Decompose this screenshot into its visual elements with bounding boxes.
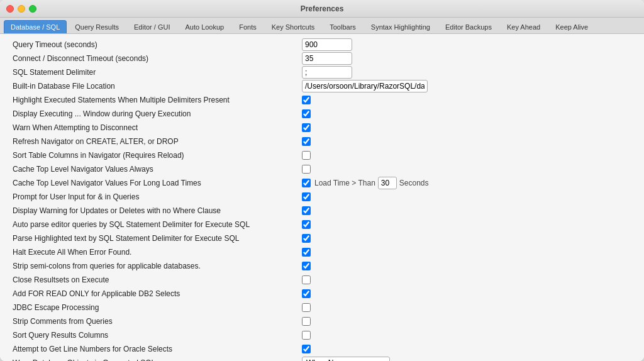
- label-attempt-line-numbers: Attempt to Get Line Numbers for Oracle S…: [13, 345, 302, 353]
- label-wrap-db-objects: Wrap Database Objects in Generated SQL: [13, 358, 302, 361]
- row-cache-top-always: Cache Top Level Navigator Values Always: [13, 162, 631, 176]
- control-auto-parse-editor: [302, 220, 311, 229]
- checkbox-highlight-executed[interactable]: [302, 96, 311, 104]
- checkbox-sort-query-columns[interactable]: [302, 331, 311, 340]
- label-jdbc-escape: JDBC Escape Processing: [13, 303, 302, 312]
- control-wrap-db-objects: When NecessaryAlwaysNever: [302, 357, 390, 361]
- checkbox-refresh-navigator[interactable]: [302, 137, 311, 146]
- checkbox-jdbc-escape[interactable]: [302, 303, 311, 312]
- control-sort-table-columns: [302, 151, 311, 160]
- label-query-timeout: Query Timeout (seconds): [13, 40, 302, 49]
- label-warn-disconnect: Warn When Attempting to Disconnect: [13, 123, 302, 132]
- checkbox-strip-semicolons[interactable]: [302, 262, 311, 270]
- control-add-for-read-only: [302, 289, 311, 298]
- content-area: Query Timeout (seconds)Connect / Disconn…: [0, 34, 644, 361]
- label-highlight-executed: Highlight Executed Statements When Multi…: [13, 96, 302, 104]
- label-display-warning-updates: Display Warning for Updates or Deletes w…: [13, 206, 302, 215]
- row-close-resultsets: Close Resultsets on Execute: [13, 273, 631, 287]
- control-query-timeout: [302, 38, 352, 51]
- checkbox-parse-highlighted[interactable]: [302, 234, 311, 243]
- label-sql-delimiter: SQL Statement Delimiter: [13, 68, 302, 77]
- label-cache-top-always: Cache Top Level Navigator Values Always: [13, 165, 302, 174]
- checkbox-cache-top-always[interactable]: [302, 165, 311, 174]
- maximize-button[interactable]: [29, 5, 36, 13]
- row-warn-disconnect: Warn When Attempting to Disconnect: [13, 121, 631, 135]
- tab-editor-gui[interactable]: Editor / GUI: [127, 20, 177, 33]
- tab-key-shortcuts[interactable]: Key Shortcuts: [265, 20, 321, 33]
- row-cache-top-long: Cache Top Level Navigator Values For Lon…: [13, 176, 631, 190]
- control-warn-disconnect: [302, 123, 311, 132]
- control-cache-top-always: [302, 165, 311, 174]
- load-time-label: Load Time > Than: [314, 179, 375, 187]
- tab-syntax-highlighting[interactable]: Syntax Highlighting: [364, 20, 437, 33]
- control-strip-semicolons: [302, 262, 311, 270]
- tab-toolbars[interactable]: Toolbars: [323, 20, 363, 33]
- row-refresh-navigator: Refresh Navigator on CREATE, ALTER, or D…: [13, 135, 631, 148]
- input-query-timeout[interactable]: [302, 38, 352, 51]
- label-parse-highlighted: Parse Highlighted text by SQL Statement …: [13, 234, 302, 243]
- tab-auto-lookup[interactable]: Auto Lookup: [178, 20, 231, 33]
- checkbox-halt-execute[interactable]: [302, 248, 311, 257]
- control-display-executing: [302, 109, 311, 118]
- row-strip-semicolons: Strip semi-colons from queries for appli…: [13, 259, 631, 273]
- row-sort-table-columns: Sort Table Columns in Navigator (Require…: [13, 148, 631, 162]
- load-time-input[interactable]: [378, 177, 397, 189]
- input-connect-timeout[interactable]: [302, 52, 352, 65]
- control-sort-query-columns: [302, 331, 311, 340]
- checkbox-warn-disconnect[interactable]: [302, 123, 311, 132]
- row-connect-timeout: Connect / Disconnect Timeout (seconds): [13, 52, 631, 65]
- checkbox-auto-parse-editor[interactable]: [302, 220, 311, 229]
- control-display-warning-updates: [302, 206, 311, 215]
- preferences-window: Preferences Database / SQLQuery ResultsE…: [0, 0, 644, 361]
- label-close-resultsets: Close Resultsets on Execute: [13, 275, 302, 284]
- control-refresh-navigator: [302, 137, 311, 146]
- label-auto-parse-editor: Auto parse editor queries by SQL Stateme…: [13, 220, 302, 229]
- tab-key-ahead[interactable]: Key Ahead: [500, 20, 547, 33]
- row-strip-comments: Strip Comments from Queries: [13, 314, 631, 328]
- input-builtin-db-location[interactable]: [302, 80, 428, 92]
- title-bar: Preferences: [0, 0, 644, 18]
- control-builtin-db-location: [302, 80, 428, 92]
- close-button[interactable]: [6, 5, 14, 13]
- label-strip-semicolons: Strip semi-colons from queries for appli…: [13, 262, 302, 270]
- checkbox-prompt-user-input[interactable]: [302, 192, 311, 201]
- checkbox-add-for-read-only[interactable]: [302, 289, 311, 298]
- minimize-button[interactable]: [18, 5, 25, 13]
- window-title: Preferences: [301, 4, 344, 13]
- row-highlight-executed: Highlight Executed Statements When Multi…: [13, 93, 631, 107]
- row-display-executing: Display Executing ... Window during Quer…: [13, 107, 631, 121]
- row-sql-delimiter: SQL Statement Delimiter: [13, 65, 631, 79]
- tab-query-results[interactable]: Query Results: [68, 20, 126, 33]
- row-prompt-user-input: Prompt for User Input for & in Queries: [13, 190, 631, 204]
- row-sort-query-columns: Sort Query Results Columns: [13, 328, 631, 342]
- tab-database-sql[interactable]: Database / SQL: [4, 20, 67, 33]
- label-builtin-db-location: Built-in Database File Location: [13, 82, 302, 91]
- checkbox-cache-top-long[interactable]: [302, 179, 311, 187]
- control-halt-execute: [302, 248, 311, 257]
- label-halt-execute: Halt Execute All When Error Found.: [13, 248, 302, 257]
- checkbox-display-warning-updates[interactable]: [302, 206, 311, 215]
- select-wrap-db-objects[interactable]: When NecessaryAlwaysNever: [302, 357, 390, 361]
- input-sql-delimiter[interactable]: [302, 66, 352, 79]
- label-cache-top-long: Cache Top Level Navigator Values For Lon…: [13, 179, 302, 187]
- label-strip-comments: Strip Comments from Queries: [13, 317, 302, 326]
- checkbox-sort-table-columns[interactable]: [302, 151, 311, 160]
- window-controls: [6, 5, 36, 13]
- checkbox-close-resultsets[interactable]: [302, 275, 311, 284]
- tab-editor-backups[interactable]: Editor Backups: [438, 20, 499, 33]
- label-connect-timeout: Connect / Disconnect Timeout (seconds): [13, 54, 302, 63]
- label-display-executing: Display Executing ... Window during Quer…: [13, 109, 302, 118]
- seconds-label: Seconds: [399, 179, 429, 187]
- checkbox-display-executing[interactable]: [302, 109, 311, 118]
- label-refresh-navigator: Refresh Navigator on CREATE, ALTER, or D…: [13, 137, 302, 146]
- control-close-resultsets: [302, 275, 311, 284]
- checkbox-attempt-line-numbers[interactable]: [302, 345, 311, 353]
- row-auto-parse-editor: Auto parse editor queries by SQL Stateme…: [13, 218, 631, 231]
- row-wrap-db-objects: Wrap Database Objects in Generated SQLWh…: [13, 356, 631, 361]
- control-sql-delimiter: [302, 66, 352, 79]
- tab-fonts[interactable]: Fonts: [232, 20, 264, 33]
- control-jdbc-escape: [302, 303, 311, 312]
- checkbox-strip-comments[interactable]: [302, 317, 311, 326]
- tab-keep-alive[interactable]: Keep Alive: [548, 20, 595, 33]
- control-strip-comments: [302, 317, 311, 326]
